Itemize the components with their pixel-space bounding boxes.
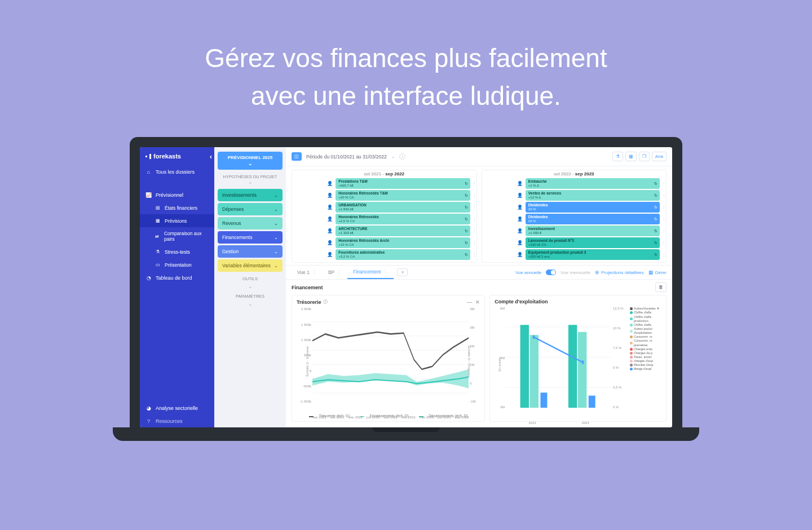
sidebar-item-all-folders[interactable]: ⌂ Tous les dossiers (140, 165, 214, 178)
refresh-icon[interactable]: ↻ (465, 253, 468, 257)
minimize-icon[interactable]: — (467, 299, 472, 305)
sidebar-item-ressources[interactable]: ? Ressources (140, 414, 214, 427)
hypotheses-panel: PRÉVISIONNEL 2025 ⌄ HYPOTHÈSES DU PROJET… (214, 147, 286, 427)
cat-revenus[interactable]: Revenus⌄ (218, 217, 283, 229)
refresh-icon[interactable]: ↻ (465, 217, 468, 222)
chevron-down-icon[interactable]: ⌄ (218, 301, 283, 307)
cube-button[interactable]: ❒ (639, 152, 650, 161)
flask-icon: ⚗ (155, 249, 161, 255)
drag-handle-icon[interactable]: ⋮ (662, 182, 664, 186)
chevron-down-icon[interactable]: ⌄ (218, 284, 283, 289)
drag-handle-icon[interactable]: ⋮ (473, 229, 474, 233)
hypothesis-card[interactable]: 👤 Lancement du produit N°3+330 k€ 1%↻ ⋮ (517, 237, 664, 248)
forecast-icon: ▦ (155, 218, 161, 224)
hypothesis-card[interactable]: 👤 Prestations T&M+665,7 k€↻ ⋮ (326, 178, 474, 189)
tab-financement[interactable]: Financement⋮ (347, 266, 394, 279)
hypothesis-card[interactable]: 👤 Dividendes20 %↻ ⋮ (517, 202, 664, 213)
hypothesis-card[interactable]: 👤 URBANISATION+1 843 k€↻ ⋮ (326, 202, 474, 213)
drag-handle-icon[interactable]: ⋮ (473, 217, 474, 222)
sidebar-item-comparaison[interactable]: ⇄ Comparaison aux pairs (140, 227, 214, 245)
info-icon[interactable]: i (399, 153, 405, 160)
tab-bp[interactable]: BP⋮ (323, 266, 347, 279)
svg-point-17 (582, 360, 584, 364)
drag-handle-icon[interactable]: ⋮ (662, 205, 664, 210)
refresh-icon[interactable]: ↻ (465, 182, 468, 186)
chart-compte-exploitation: Compte d'exploitation En année 6M4M2M 12… (489, 295, 667, 422)
refresh-icon[interactable]: ↻ (654, 229, 657, 233)
drag-handle-icon[interactable]: ⋮ (662, 229, 664, 233)
periods-row: oct 2021 - sep 2022 👤 Prestations T&M+66… (286, 166, 672, 265)
sidebar-item-presentation[interactable]: ▭ Présentation (140, 258, 214, 271)
drag-handle-icon[interactable]: ⋮ (473, 193, 474, 198)
drag-handle-icon[interactable]: ⋮ (473, 241, 474, 245)
collapse-sidebar-icon[interactable]: ‹ (210, 153, 212, 161)
tabs-row: Vue 1⋮ BP⋮ Financement⋮ + Vue annuelle V… (286, 265, 672, 280)
cat-gestion[interactable]: Gestion⌄ (218, 245, 283, 258)
close-icon[interactable]: ✕ (475, 299, 480, 305)
home-icon: ⌂ (145, 169, 152, 175)
sidebar-item-stress[interactable]: ⚗ Stress-tests (140, 245, 214, 258)
cat-investissements[interactable]: Investissements⌄ (218, 189, 283, 201)
refresh-icon[interactable]: ↻ (654, 193, 657, 198)
cat-financements[interactable]: Financements⌄ (218, 231, 283, 244)
sidebar-item-etats[interactable]: ▤ États financiers (140, 201, 214, 214)
add-tab-button[interactable]: + (397, 268, 408, 276)
more-icon[interactable]: ⋮ (337, 270, 342, 275)
person-icon: 👤 (326, 251, 333, 258)
period-badge-icon[interactable]: ◫ (292, 152, 302, 161)
hypothesis-card[interactable]: 👤 Dividendes20 %↻ ⋮ (517, 214, 664, 224)
more-icon[interactable]: ⋮ (312, 270, 317, 275)
grid-icon: ▦ (648, 270, 654, 275)
person-icon: 👤 (326, 216, 333, 223)
chevron-down-icon[interactable]: ⌄ (391, 154, 395, 159)
chevron-up-icon[interactable]: ⌃ (218, 182, 283, 187)
hypothesis-card[interactable]: 👤 Fournitures administrative+3,2 % CA↻ ⋮ (326, 249, 474, 260)
hypothesis-card[interactable]: 👤 Equipement production produit 3+300 k€… (517, 249, 664, 260)
drag-handle-icon[interactable]: ⋮ (473, 205, 474, 210)
drag-handle-icon[interactable]: ⋮ (473, 253, 474, 257)
drag-handle-icon[interactable]: ⋮ (662, 193, 664, 198)
drag-handle-icon[interactable]: ⋮ (662, 253, 664, 257)
cat-variables[interactable]: Variables élémentaires⌄ (218, 259, 283, 272)
svg-rect-13 (578, 332, 586, 408)
refresh-icon[interactable]: ↻ (654, 182, 657, 186)
projections-button[interactable]: ⊕Projections détaillées (595, 270, 644, 275)
cat-depenses[interactable]: Dépenses⌄ (218, 203, 283, 215)
refresh-icon[interactable]: ↻ (654, 217, 657, 222)
hypothesis-card[interactable]: 👤 Ventes de services+12 % Δ↻ ⋮ (517, 190, 664, 201)
view-toggle[interactable] (546, 270, 556, 275)
previsionnel-header[interactable]: PRÉVISIONNEL 2025 ⌄ (218, 152, 283, 170)
refresh-icon[interactable]: ↻ (465, 229, 468, 233)
sidebar-item-previsions[interactable]: ▦ Prévisions (140, 214, 214, 227)
filter-button[interactable]: ⚗ (612, 152, 623, 161)
tab-vue1[interactable]: Vue 1⋮ (292, 266, 323, 279)
more-icon[interactable]: ⋮ (383, 269, 388, 275)
sidebar-item-previsionnel[interactable]: 📈 Prévisionnel (140, 188, 214, 201)
help-icon: ? (145, 418, 152, 424)
hypothesis-card[interactable]: 👤 ARCHITECTURE+1 303 k€↻ ⋮ (326, 226, 474, 236)
delete-section-button[interactable]: 🗑 (655, 282, 667, 292)
period-text[interactable]: Période du 01/10/2021 au 31/03/2022 (306, 154, 387, 160)
sidebar-item-tableau[interactable]: ◔ Tableau de bord (140, 271, 214, 284)
info-icon[interactable]: ⓘ (323, 299, 328, 305)
ana-button[interactable]: Ana (652, 152, 667, 161)
sidebar-item-analyse[interactable]: ◕ Analyse sectorielle (140, 401, 214, 414)
hypothesis-card[interactable]: 👤 Honoraires Rétrocédés Archi+15 % CA↻ ⋮ (326, 237, 474, 248)
hypothesis-card[interactable]: 👤 Honoraires Rétrocédés+2,5 % CA↻ ⋮ (326, 214, 474, 224)
refresh-icon[interactable]: ↻ (465, 241, 468, 245)
drag-handle-icon[interactable]: ⋮ (662, 217, 664, 222)
hypothesis-card[interactable]: 👤 Embauche+1 % Δ↻ ⋮ (517, 178, 664, 189)
hypothesis-card[interactable]: 👤 Investissement+1 000 €↻ ⋮ (517, 226, 664, 236)
refresh-icon[interactable]: ↻ (465, 205, 468, 210)
grid-button[interactable]: ▦ (625, 152, 637, 161)
refresh-icon[interactable]: ↻ (654, 205, 657, 210)
drag-handle-icon[interactable]: ⋮ (473, 182, 474, 186)
refresh-icon[interactable]: ↻ (654, 241, 657, 245)
person-icon: 👤 (517, 204, 523, 211)
refresh-icon[interactable]: ↻ (465, 193, 468, 198)
gerer-button[interactable]: ▦Gérer (648, 270, 667, 275)
drag-handle-icon[interactable]: ⋮ (662, 241, 664, 245)
hypothesis-card[interactable]: 👤 Honoraires Rétrocédés T&M+20 % CA↻ ⋮ (326, 190, 474, 201)
compare-icon: ⇄ (155, 233, 160, 240)
refresh-icon[interactable]: ↻ (654, 253, 657, 257)
